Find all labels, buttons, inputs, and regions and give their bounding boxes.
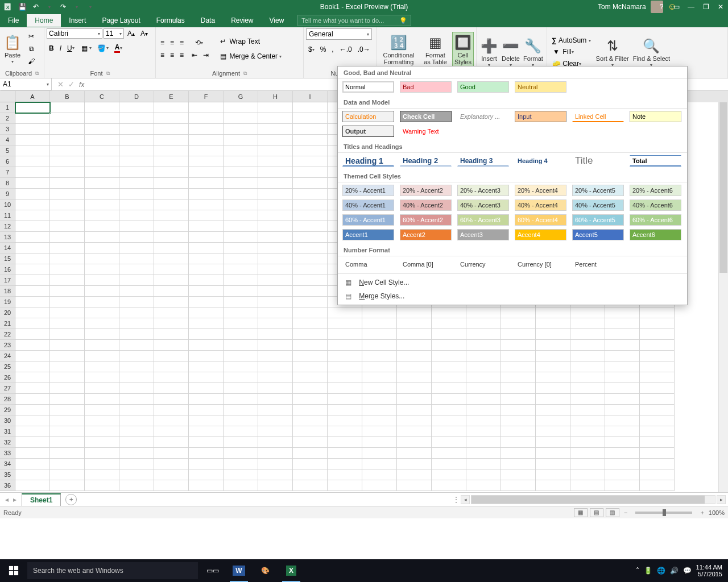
redo-split-icon[interactable]: ▾ bbox=[72, 2, 82, 12]
cell[interactable] bbox=[570, 480, 605, 491]
tray-network-icon[interactable]: 🌐 bbox=[657, 567, 665, 575]
row-header[interactable]: 13 bbox=[0, 232, 15, 243]
cell[interactable] bbox=[397, 415, 432, 426]
cell[interactable] bbox=[189, 329, 224, 340]
cell[interactable] bbox=[258, 340, 293, 351]
horizontal-scrollbar[interactable] bbox=[471, 495, 715, 504]
cell[interactable] bbox=[85, 415, 119, 426]
cell[interactable] bbox=[119, 102, 154, 113]
cell[interactable] bbox=[258, 426, 293, 437]
italic-button[interactable]: I bbox=[57, 43, 64, 53]
cell[interactable] bbox=[154, 372, 189, 383]
cell[interactable] bbox=[605, 383, 640, 394]
cell[interactable] bbox=[224, 415, 258, 426]
cell[interactable] bbox=[15, 415, 50, 426]
cell[interactable] bbox=[15, 426, 50, 437]
cell[interactable] bbox=[224, 297, 258, 307]
restore-icon[interactable]: ❐ bbox=[700, 1, 712, 13]
cell[interactable] bbox=[328, 383, 362, 394]
increase-font-button[interactable]: A▴ bbox=[125, 28, 137, 39]
merge-styles-item[interactable]: ▤ Merge Styles... bbox=[338, 289, 687, 303]
cell[interactable] bbox=[605, 340, 640, 351]
cell[interactable] bbox=[119, 264, 154, 275]
cell[interactable] bbox=[15, 210, 50, 221]
cell[interactable] bbox=[258, 405, 293, 415]
cell[interactable] bbox=[570, 469, 605, 480]
align-left-button[interactable]: ≡ bbox=[158, 50, 167, 60]
format-painter-button[interactable]: 🖌 bbox=[24, 56, 38, 67]
cell[interactable] bbox=[224, 405, 258, 415]
tab-view[interactable]: View bbox=[262, 14, 292, 27]
cell[interactable] bbox=[328, 394, 362, 405]
tab-file[interactable]: File bbox=[0, 14, 27, 27]
cell[interactable] bbox=[536, 372, 570, 383]
cell[interactable] bbox=[154, 167, 189, 178]
cell[interactable] bbox=[293, 102, 328, 113]
cell[interactable] bbox=[85, 459, 119, 469]
cell[interactable] bbox=[432, 351, 466, 361]
cell[interactable] bbox=[432, 448, 466, 459]
cell[interactable] bbox=[50, 448, 85, 459]
cell[interactable] bbox=[15, 394, 50, 405]
cell[interactable] bbox=[432, 437, 466, 448]
cell[interactable] bbox=[119, 351, 154, 361]
cell[interactable] bbox=[85, 221, 119, 232]
cell[interactable] bbox=[224, 426, 258, 437]
clipboard-launcher-icon[interactable]: ⧉ bbox=[35, 70, 39, 77]
cell[interactable] bbox=[570, 459, 605, 469]
tab-data[interactable]: Data bbox=[193, 14, 223, 27]
cell[interactable] bbox=[570, 448, 605, 459]
row-header[interactable]: 15 bbox=[0, 253, 15, 264]
cell[interactable] bbox=[397, 318, 432, 329]
cell[interactable] bbox=[154, 199, 189, 210]
cell[interactable] bbox=[258, 286, 293, 297]
cell[interactable] bbox=[258, 221, 293, 232]
align-bottom-button[interactable]: ≡ bbox=[177, 38, 186, 48]
cell[interactable] bbox=[85, 232, 119, 243]
col-header[interactable]: H bbox=[258, 91, 293, 102]
cell[interactable] bbox=[224, 189, 258, 199]
cell[interactable] bbox=[224, 275, 258, 286]
cell[interactable] bbox=[501, 394, 536, 405]
cell[interactable] bbox=[15, 167, 50, 178]
cell[interactable] bbox=[258, 383, 293, 394]
cell[interactable] bbox=[397, 448, 432, 459]
taskbar-word-icon[interactable]: W bbox=[226, 559, 251, 582]
minimize-icon[interactable]: — bbox=[685, 1, 697, 13]
cell[interactable] bbox=[293, 340, 328, 351]
cell[interactable] bbox=[119, 167, 154, 178]
style-chip[interactable]: Currency [0] bbox=[515, 259, 566, 270]
style-chip[interactable]: Bad bbox=[400, 81, 452, 93]
cell[interactable] bbox=[15, 264, 50, 275]
cell[interactable] bbox=[466, 340, 501, 351]
row-header[interactable]: 11 bbox=[0, 210, 15, 221]
cell[interactable] bbox=[258, 199, 293, 210]
cell[interactable] bbox=[85, 426, 119, 437]
cell[interactable] bbox=[119, 199, 154, 210]
cell[interactable] bbox=[258, 307, 293, 318]
cell[interactable] bbox=[293, 394, 328, 405]
col-header[interactable]: I bbox=[293, 91, 328, 102]
cell[interactable] bbox=[154, 113, 189, 124]
cell[interactable] bbox=[362, 383, 397, 394]
cell[interactable] bbox=[570, 383, 605, 394]
decrease-font-button[interactable]: A▾ bbox=[138, 28, 150, 39]
cell[interactable] bbox=[224, 124, 258, 135]
cell[interactable] bbox=[432, 426, 466, 437]
cell[interactable] bbox=[536, 480, 570, 491]
cell[interactable] bbox=[119, 189, 154, 199]
cell[interactable] bbox=[189, 189, 224, 199]
cell[interactable] bbox=[189, 318, 224, 329]
cell[interactable] bbox=[432, 329, 466, 340]
cell[interactable] bbox=[397, 480, 432, 491]
cell[interactable] bbox=[85, 405, 119, 415]
cell[interactable] bbox=[85, 178, 119, 189]
align-center-button[interactable]: ≡ bbox=[168, 50, 176, 60]
cell[interactable] bbox=[15, 253, 50, 264]
cell[interactable] bbox=[119, 459, 154, 469]
cell[interactable] bbox=[258, 469, 293, 480]
row-header[interactable]: 21 bbox=[0, 318, 15, 329]
cell[interactable] bbox=[362, 329, 397, 340]
cell[interactable] bbox=[15, 448, 50, 459]
cell[interactable] bbox=[293, 286, 328, 297]
